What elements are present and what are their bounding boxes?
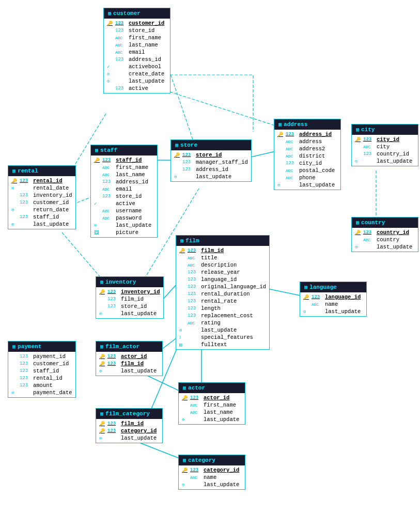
table-header-category[interactable]: ▦category <box>179 455 245 465</box>
field-type-num: 123 <box>190 395 201 400</box>
field-type-num: 123 <box>188 284 199 289</box>
table-header-film_category[interactable]: ▦film_category <box>96 409 162 419</box>
field-name-active: active <box>116 200 135 207</box>
date-icon: ⊙ <box>99 311 105 317</box>
field-type-num: 123 <box>312 294 323 300</box>
field-name-title: title <box>201 255 217 261</box>
table-header-store[interactable]: ▦store <box>171 140 251 150</box>
field-film-rating: ABCrating <box>176 319 269 326</box>
field-name-special_features: special_features <box>201 334 253 340</box>
table-body-rental: 🔑123rental_id⊙rental_date123inventory_id… <box>8 176 75 229</box>
table-store: ▦store🔑123store_id123manager_staff_id123… <box>170 139 252 182</box>
field-language-name: ABCname <box>300 301 366 308</box>
field-name-last_update: last_update <box>377 244 412 250</box>
field-city-city: ABCcity <box>352 143 418 150</box>
field-name-activebool: activebool <box>129 64 161 70</box>
field-film-length: 123length <box>176 305 269 312</box>
key-icon: 🔑 <box>355 230 361 236</box>
field-staff-store_id: 123store_id <box>91 193 157 200</box>
field-staff-username: ABCusername <box>91 207 157 214</box>
field-type-abc: ABC <box>102 165 114 170</box>
table-label-rental: rental <box>18 168 38 174</box>
field-name-last_name: last_name <box>204 409 233 415</box>
table-icon-payment: ▦ <box>12 344 15 350</box>
table-customer: ▦customer🔑123customer_id123store_idABCfi… <box>103 8 170 94</box>
field-film-title: ABCtitle <box>176 254 269 261</box>
table-header-staff[interactable]: ▦staff <box>91 145 157 155</box>
field-name-last_update: last_update <box>204 481 239 488</box>
field-name-first_name: first_name <box>129 35 161 41</box>
field-type-num: 123 <box>115 86 127 91</box>
field-film_category-film_id: 🔑123film_id <box>96 420 162 427</box>
table-header-city[interactable]: ▦city <box>352 125 418 135</box>
field-film-rental_duration: 123rental_duration <box>176 290 269 298</box>
field-name-city_id: city_id <box>377 136 399 143</box>
field-name-city_id: city_id <box>299 160 322 166</box>
field-name-last_update: last_update <box>325 308 361 315</box>
field-name-address_id: address_id <box>196 166 228 173</box>
key-icon: 🔑 <box>179 248 185 254</box>
date-icon: ⊙ <box>11 222 18 227</box>
table-header-address[interactable]: ▦address <box>274 119 340 130</box>
field-name-city: city <box>377 144 390 150</box>
field-type-abc: ABC <box>286 154 297 159</box>
field-type-num: 123 <box>107 297 119 302</box>
text-icon: ▤ <box>179 342 185 348</box>
field-type-num: 123 <box>115 28 127 33</box>
field-payment-payment_id: 123payment_id <box>8 353 75 360</box>
field-name-rental_duration: rental_duration <box>201 291 250 297</box>
field-name-rental_id: rental_id <box>33 178 63 184</box>
table-icon-category: ▦ <box>183 457 186 463</box>
field-name-film_id: film_id <box>121 421 144 427</box>
table-header-film_actor[interactable]: ▦film_actor <box>96 341 162 352</box>
field-name-email: email <box>116 186 132 192</box>
field-type-num: 123 <box>188 306 199 311</box>
key-icon: 🔑 <box>99 421 105 427</box>
field-type-num: 123 <box>286 132 297 137</box>
table-header-payment[interactable]: ▦payment <box>8 341 75 352</box>
table-header-film[interactable]: ▦film <box>176 236 269 246</box>
field-payment-customer_id: 123customer_id <box>8 360 75 367</box>
date-icon: ⊙ <box>182 417 188 423</box>
field-category-name: ABCname <box>179 474 245 481</box>
table-header-actor[interactable]: ▦actor <box>179 383 245 393</box>
field-type-num: 123 <box>107 354 119 359</box>
field-type-abc: ABC <box>190 475 201 480</box>
key-icon: 🔑 <box>94 158 100 163</box>
field-type-num: 123 <box>115 21 127 26</box>
table-icon-rental: ▦ <box>12 168 15 174</box>
field-type-num: 123 <box>102 194 114 199</box>
table-icon-film_category: ▦ <box>100 411 103 417</box>
table-header-customer[interactable]: ▦customer <box>104 8 170 19</box>
field-name-manager_staff_id: manager_staff_id <box>196 159 248 165</box>
field-name-country_id: country_id <box>377 151 409 157</box>
table-label-film: film <box>185 238 199 244</box>
table-header-country[interactable]: ▦country <box>352 217 418 228</box>
field-customer-activebool: ✓activebool <box>104 63 170 70</box>
table-header-language[interactable]: ▦language <box>300 282 366 292</box>
field-film-last_update: ⊙last_update <box>176 326 269 334</box>
date-icon: ⊙ <box>11 185 18 191</box>
field-staff-staff_id: 🔑123staff_id <box>91 157 157 164</box>
field-type-num: 123 <box>188 248 199 253</box>
table-header-rental[interactable]: ▦rental <box>8 166 75 176</box>
field-staff-email: ABCemail <box>91 185 157 193</box>
field-name-customer_id: customer_id <box>129 20 164 26</box>
field-name-payment_date: payment_date <box>33 390 72 396</box>
field-type-num: 123 <box>182 152 194 158</box>
field-name-category_id: category_id <box>204 467 239 473</box>
field-inventory-inventory_id: 🔑123inventory_id <box>96 288 163 295</box>
field-payment-amount: 123amount <box>8 382 75 389</box>
key-icon: 🔑 <box>182 468 188 473</box>
table-language: ▦language🔑123language_idABCname⊙last_upd… <box>300 282 367 317</box>
key-icon: 🔑 <box>99 354 105 360</box>
table-header-inventory[interactable]: ▦inventory <box>96 277 163 287</box>
table-icon-language: ▦ <box>304 284 307 290</box>
field-type-abc: ABC <box>363 145 375 149</box>
field-name-language_id: language_id <box>201 276 237 283</box>
field-name-username: username <box>116 208 142 214</box>
field-category-last_update: ⊙last_update <box>179 481 245 488</box>
field-customer-last_name: ABClast_name <box>104 41 170 49</box>
field-type-abc: ABC <box>286 176 297 180</box>
field-type-abc: ABC <box>115 36 127 40</box>
